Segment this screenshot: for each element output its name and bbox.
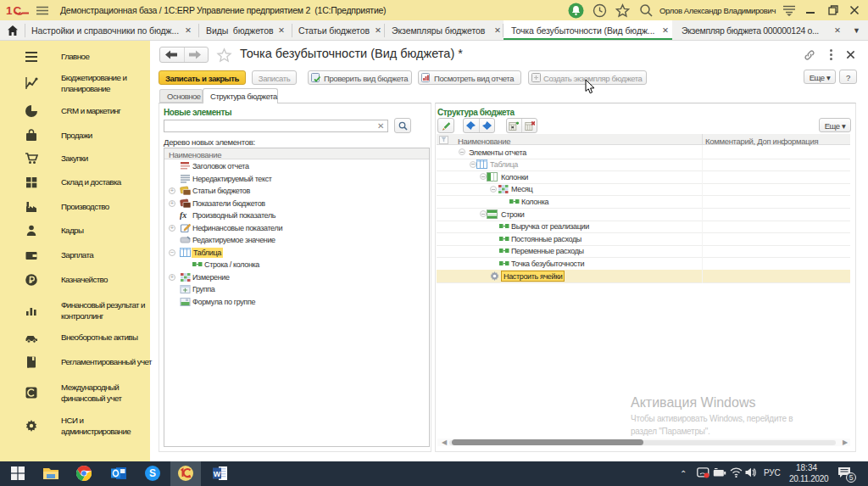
svg-text:1: 1 <box>6 4 13 17</box>
svg-text:W: W <box>214 470 221 478</box>
svg-text:fx: fx <box>180 210 186 220</box>
svg-text:S: S <box>149 467 156 479</box>
